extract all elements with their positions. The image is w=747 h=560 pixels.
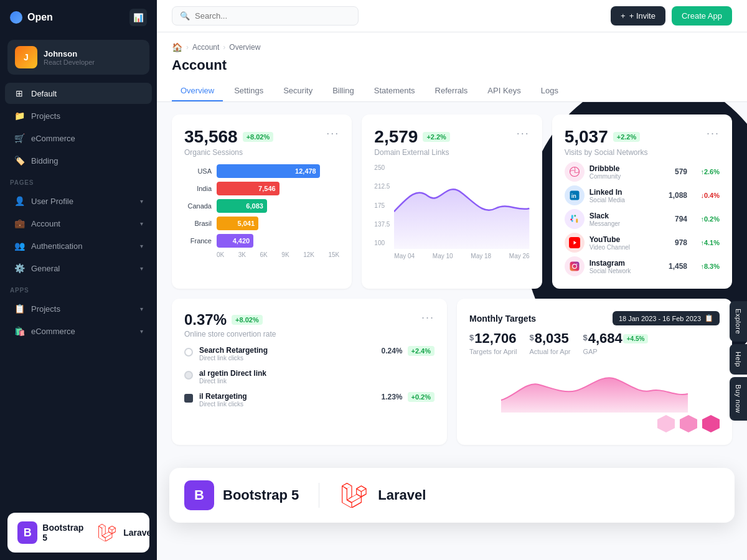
tab-logs[interactable]: Logs	[532, 81, 567, 101]
instagram-name: Instagram	[590, 259, 660, 268]
conversion-card: 0.37% +8.02% Online store convertion rat…	[172, 299, 447, 445]
apps-section-label: APPS	[0, 279, 157, 297]
sidebar-item-label: Authentication	[31, 241, 82, 251]
sidebar-item-authentication[interactable]: 👥 Authentication ▾	[5, 235, 152, 256]
create-app-button[interactable]: Create App	[672, 6, 732, 26]
sidebar-header: Open 📊	[0, 0, 157, 35]
shopping-icon: 🛍️	[14, 325, 25, 337]
dribbble-type: Community	[590, 173, 660, 180]
tab-api-keys[interactable]: API Keys	[479, 81, 529, 101]
more-options-icon[interactable]: ···	[421, 311, 435, 324]
slack-icon	[565, 209, 585, 229]
sidebar-item-label: General	[31, 264, 60, 273]
domain-links-badge: +2.2%	[423, 132, 450, 142]
bar-row-india: India 7,546	[184, 182, 339, 195]
bar-label: India	[184, 185, 212, 192]
sidebar-item-ecommerce-app[interactable]: 🛍️ eCommerce ▾	[5, 320, 152, 342]
social-row-instagram: Instagram Social Network 1,458 ↑8.3%	[565, 256, 720, 276]
sidebar-item-default[interactable]: ⊞ Default	[5, 83, 152, 104]
retarget-item-3: il Retargeting Direct link clicks 1.23% …	[184, 392, 435, 408]
chart-svg-container	[394, 162, 529, 251]
bar-label: France	[184, 237, 212, 245]
x-label: May 26	[509, 253, 530, 259]
tab-security[interactable]: Security	[275, 81, 321, 101]
monthly-targets-card: Monthly Targets 18 Jan 2023 - 16 Feb 202…	[457, 299, 732, 445]
tag-icon: 🏷️	[14, 155, 25, 166]
tab-statements[interactable]: Statements	[365, 81, 424, 101]
y-label: 137.5	[374, 221, 394, 228]
youtube-name: YouTube	[590, 235, 660, 244]
breadcrumb-sep-2: ›	[223, 43, 225, 52]
conversion-badge: +8.02%	[232, 315, 263, 325]
laravel-text-large: Laravel	[378, 487, 426, 503]
tab-billing[interactable]: Billing	[324, 81, 363, 101]
instagram-icon	[565, 256, 585, 276]
search-input[interactable]	[195, 11, 350, 21]
sidebar-item-ecommerce[interactable]: 🛒 eCommerce	[5, 128, 152, 149]
divider	[319, 483, 319, 508]
search-icon: 🔍	[180, 11, 190, 21]
sidebar-item-projects[interactable]: 📁 Projects	[5, 105, 152, 126]
more-options-icon[interactable]: ···	[517, 127, 530, 140]
chevron-down-icon: ▾	[140, 306, 143, 312]
sidebar-item-projects-app[interactable]: 📋 Projects ▾	[5, 298, 152, 319]
linkedin-icon: in	[565, 185, 585, 205]
more-options-icon[interactable]: ···	[326, 127, 339, 140]
gap-value: $ 4,684 +4.5%	[583, 330, 648, 347]
sidebar-item-bidding[interactable]: 🏷️ Bidding	[5, 150, 152, 171]
framework-overlay: B Bootstrap 5 Laravel	[169, 468, 735, 523]
domain-links-card: 2,579 +2.2% Domain External Links ··· 25…	[362, 114, 542, 289]
invite-button[interactable]: + + Invite	[611, 6, 665, 26]
retarget-change: +0.2%	[408, 392, 435, 402]
bar-chart: USA 12,478 India 7,546	[184, 164, 339, 258]
sidebar-item-label: eCommerce	[31, 134, 75, 143]
x-label: May 18	[471, 253, 491, 259]
slack-value: 794	[665, 215, 687, 223]
logo-dot	[10, 11, 22, 24]
retarget-info: il Retargeting Direct link clicks	[199, 392, 375, 408]
social-row-slack: Slack Messanger 794 ↑0.2%	[565, 209, 720, 229]
sidebar-item-user-profile[interactable]: 👤 User Profile ▾	[5, 190, 152, 212]
bar-row-france: France 4,420	[184, 234, 339, 248]
chevron-down-icon: ▾	[140, 220, 143, 227]
tab-overview[interactable]: Overview	[172, 81, 223, 101]
sidebar-item-general[interactable]: ⚙️ General ▾	[5, 258, 152, 279]
sidebar-item-account[interactable]: 💼 Account ▾	[5, 213, 152, 234]
linkedin-info: Linked In Social Media	[590, 188, 660, 203]
slack-info: Slack Messanger	[590, 212, 660, 227]
bar-label: Canada	[184, 202, 212, 210]
tab-settings[interactable]: Settings	[225, 81, 272, 101]
instagram-change: ↑8.3%	[692, 263, 720, 270]
chevron-down-icon: ▾	[140, 328, 143, 335]
retarget-item-2: al rgetin Direct link Direct link	[184, 369, 435, 385]
bar-value: 4,420	[233, 237, 250, 245]
buy-now-button[interactable]: Buy now	[730, 377, 747, 421]
svg-point-0	[570, 167, 579, 177]
svg-text:in: in	[571, 193, 576, 199]
help-button[interactable]: Help	[730, 344, 747, 375]
retarget-dot	[184, 371, 193, 380]
youtube-icon	[565, 233, 585, 253]
breadcrumb-account[interactable]: Account	[192, 43, 219, 52]
avatar: J	[15, 46, 37, 68]
retarget-type: Direct link	[199, 378, 435, 385]
instagram-value: 1,458	[665, 262, 687, 271]
targets-april-value: $ 12,706	[469, 330, 517, 347]
briefcase-icon: 💼	[14, 218, 25, 229]
side-panel: Explore Help Buy now	[730, 301, 747, 421]
explore-button[interactable]: Explore	[730, 301, 747, 342]
breadcrumb-overview: Overview	[229, 43, 260, 52]
analytics-icon-button[interactable]: 📊	[129, 9, 147, 26]
page-header: 🏠 › Account › Overview Account Overview …	[157, 32, 747, 102]
bottom-row: 0.37% +8.02% Online store convertion rat…	[172, 299, 732, 445]
organic-sessions-label: Organic Sessions	[184, 148, 273, 157]
y-label: 212.5	[374, 183, 394, 190]
main-content: 🔍 + + Invite Create App 🏠 › Account › Ov…	[157, 0, 747, 560]
y-label: 100	[374, 240, 394, 246]
sidebar-item-label: Projects	[31, 111, 60, 121]
bar-value: 5,041	[238, 220, 255, 227]
date-range-text: 18 Jan 2023 - 16 Feb 2023	[619, 315, 701, 322]
tab-referrals[interactable]: Referrals	[426, 81, 477, 101]
more-options-icon[interactable]: ···	[707, 127, 720, 140]
retarget-change: +2.4%	[408, 346, 435, 356]
